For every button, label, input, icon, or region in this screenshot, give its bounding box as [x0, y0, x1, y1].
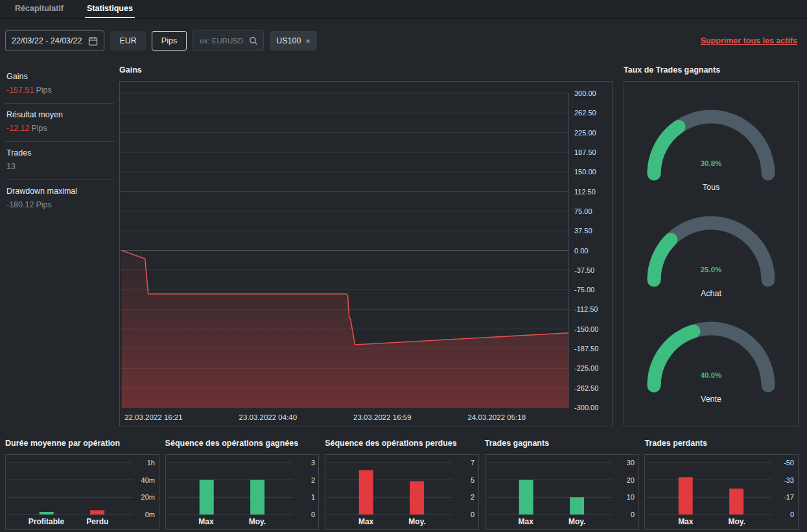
tab-bar: Récapitulatif Statistiques	[0, 0, 807, 19]
stats-sidebar: Gains -157.51Pips Résultat moyen -12.12P…	[5, 65, 114, 426]
tab-statistiques[interactable]: Statistiques	[85, 0, 135, 18]
gauge-label: Tous	[640, 183, 782, 192]
svg-text:2: 2	[310, 476, 314, 484]
category-label: Moy.	[249, 517, 266, 526]
symbol-search-input[interactable]	[198, 36, 245, 45]
chip-close-icon[interactable]: ×	[305, 36, 310, 46]
avg-duration-panel: 1h40m20m0m Profitable Perdu	[5, 454, 159, 530]
svg-text:-37.50: -37.50	[574, 266, 594, 274]
stat-gains: Gains -157.51Pips	[5, 65, 114, 104]
svg-text:262.50: 262.50	[574, 109, 596, 117]
svg-text:-150.00: -150.00	[574, 325, 598, 333]
mini-chart-categories: Max Moy.	[485, 517, 638, 528]
losing-trades-section: Trades perdants -50-33-170 Max Moy.	[644, 439, 799, 530]
svg-text:23.03.2022 04:40: 23.03.2022 04:40	[239, 413, 298, 421]
category-label: Max	[358, 517, 373, 526]
svg-text:-75.00: -75.00	[574, 286, 594, 294]
svg-text:-225.00: -225.00	[574, 364, 598, 372]
win-streak-section: Séquence des opérations gagnées 3210 Max…	[165, 439, 320, 530]
svg-text:0: 0	[310, 511, 314, 517]
win-streak-bar-chart: 3210	[166, 456, 319, 517]
svg-text:-187.50: -187.50	[574, 345, 598, 353]
svg-text:23.03.2022 16:59: 23.03.2022 16:59	[353, 413, 412, 421]
currency-button[interactable]: EUR	[110, 31, 145, 51]
svg-text:0: 0	[471, 511, 474, 517]
svg-text:300.00: 300.00	[574, 89, 596, 97]
svg-text:3: 3	[310, 459, 314, 467]
svg-text:2: 2	[471, 493, 474, 501]
mini-chart-categories: Max Moy.	[325, 517, 478, 528]
mini-chart-title: Durée moyenne par opération	[5, 439, 159, 448]
mini-chart-categories: Profitable Perdu	[6, 517, 159, 528]
svg-text:0.00: 0.00	[574, 247, 588, 255]
bottom-row: Durée moyenne par opération 1h40m20m0m P…	[0, 439, 807, 530]
mini-chart-title: Trades gagnants	[485, 439, 639, 448]
app-root: Récapitulatif Statistiques 22/03/22 - 24…	[0, 0, 807, 530]
mini-chart-title: Trades perdants	[644, 439, 799, 448]
svg-text:-112.50: -112.50	[574, 305, 598, 313]
stat-value-unit: Pips	[36, 86, 51, 95]
gauge-percentage: 40.0%	[640, 371, 782, 379]
losing-trades-bar-chart: -50-33-170	[645, 456, 798, 517]
mini-chart-title: Séquence des opérations perdues	[325, 439, 479, 448]
stat-value-number: -12.12	[6, 124, 29, 133]
gauge-vente: 40.0% Vente	[640, 316, 782, 404]
symbol-search[interactable]	[193, 30, 264, 51]
losing-trades-panel: -50-33-170 Max Moy.	[644, 454, 799, 530]
gauge-arc	[640, 104, 782, 181]
svg-text:-33: -33	[784, 476, 794, 484]
svg-text:5: 5	[471, 476, 474, 484]
stat-value: -12.12Pips	[6, 124, 113, 133]
svg-text:37.50: 37.50	[574, 227, 592, 235]
main-row: Gains -157.51Pips Résultat moyen -12.12P…	[0, 65, 807, 426]
date-range-picker[interactable]: 22/03/22 - 24/03/22	[5, 30, 104, 51]
tab-recapitulatif[interactable]: Récapitulatif	[13, 0, 65, 18]
gains-chart-section: Gains 300.00262.50225.00187.50150.00112.…	[119, 65, 613, 426]
stat-label: Drawdown maximal	[6, 187, 113, 196]
svg-text:10: 10	[627, 493, 635, 501]
svg-text:22.03.2022 16:21: 22.03.2022 16:21	[124, 413, 183, 421]
stat-value-number: -180.12	[6, 200, 34, 209]
win-streak-panel: 3210 Max Moy.	[165, 454, 320, 530]
category-label: Moy.	[568, 517, 585, 526]
loss-streak-panel: 7520 Max Moy.	[325, 454, 479, 530]
stat-value: 13	[6, 162, 113, 171]
gauge-arc	[640, 316, 782, 393]
avg-duration-section: Durée moyenne par opération 1h40m20m0m P…	[5, 439, 159, 530]
svg-text:20: 20	[627, 476, 635, 484]
svg-text:40m: 40m	[141, 476, 155, 484]
asset-chip-label: US100	[276, 36, 301, 45]
category-label: Moy.	[728, 517, 745, 526]
svg-text:0m: 0m	[145, 511, 155, 517]
stat-resultat-moyen: Résultat moyen -12.12Pips	[5, 104, 114, 142]
svg-text:1: 1	[310, 493, 314, 501]
gauge-label: Achat	[640, 289, 782, 298]
category-label: Max	[678, 517, 693, 526]
category-label: Profitable	[29, 517, 64, 526]
gauge-percentage: 30.8%	[640, 159, 782, 167]
pips-button[interactable]: Pips	[152, 31, 187, 51]
svg-text:0: 0	[631, 511, 635, 517]
svg-text:24.03.2022 05:18: 24.03.2022 05:18	[468, 413, 526, 421]
clear-assets-link[interactable]: Supprimer tous les actifs	[701, 36, 797, 45]
svg-text:30: 30	[627, 459, 635, 467]
stat-label: Trades	[6, 148, 113, 157]
svg-text:0: 0	[790, 511, 794, 517]
gauge-achat: 25.0% Achat	[640, 210, 782, 298]
search-icon	[249, 36, 258, 45]
stat-value-unit: Pips	[36, 200, 51, 209]
winrate-panel: 30.8% Tous 25.0% Achat 40.0% Vente	[624, 81, 799, 426]
svg-text:225.00: 225.00	[574, 129, 596, 137]
stat-drawdown: Drawdown maximal -180.12Pips	[5, 180, 114, 218]
gauge-arc	[640, 210, 782, 288]
gauge-tous: 30.8% Tous	[640, 104, 782, 192]
gauge-label: Vente	[640, 395, 782, 404]
calendar-icon	[88, 36, 98, 46]
category-label: Max	[519, 517, 533, 526]
svg-text:1h: 1h	[147, 459, 155, 467]
asset-chip-us100[interactable]: US100 ×	[270, 31, 317, 51]
category-label: Moy.	[408, 517, 425, 526]
svg-text:187.50: 187.50	[574, 148, 596, 156]
gauge-percentage: 25.0%	[640, 266, 782, 273]
winrate-title: Taux de Trades gagnants	[624, 65, 799, 75]
